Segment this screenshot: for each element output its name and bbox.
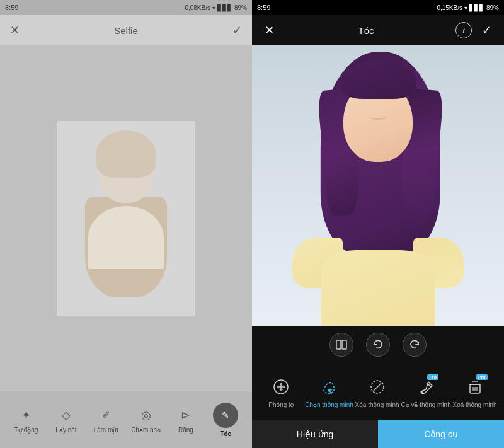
auto-icon: ✦ (18, 406, 35, 424)
tool-toc[interactable]: ✎ Tóc (210, 403, 241, 437)
func-chon-label: Chọn thông minh (305, 401, 353, 409)
svg-rect-1 (342, 340, 346, 349)
left-speed: 0,08KB/s (185, 4, 210, 11)
func-cove-label: Cọ vẽ thông minh (401, 401, 450, 409)
portrait-smile (369, 113, 387, 120)
right-function-bar: Phóng to Chọn thông minh Xóa thông minh (252, 364, 504, 420)
tab-hieuung[interactable]: Hiệu ứng (252, 420, 378, 448)
right-tools-area (252, 326, 504, 364)
left-panel: 8:59 0,08KB/s ▾ ▋▋▋ 89% ✕ Selfie ✓ ✦ Tự … (0, 0, 252, 448)
left-image-area (0, 45, 252, 391)
func-xoa2-label: Xoá thông minh (453, 401, 497, 409)
left-top-bar: ✕ Selfie ✓ (0, 15, 252, 45)
portrait-body (321, 250, 435, 326)
tool-tudong-label: Tự động (14, 427, 38, 434)
left-confirm-button[interactable]: ✓ (232, 23, 242, 37)
right-tab-bar: Hiệu ứng Công cụ (252, 420, 504, 448)
tool-tudong[interactable]: ✦ Tự động (11, 406, 42, 434)
portrait-hair-top (340, 61, 416, 99)
tool-rang-label: Răng (178, 427, 193, 434)
tab-congcu-label: Công cụ (424, 429, 457, 439)
left-title: Selfie (114, 25, 138, 36)
smart-erase-icon (366, 376, 389, 398)
svg-point-9 (421, 391, 423, 394)
toc-circle: ✎ (213, 403, 238, 428)
svg-rect-0 (336, 340, 341, 349)
tool-rang[interactable]: ⊳ Răng (170, 406, 202, 434)
zoom-icon (270, 376, 292, 398)
undo-button[interactable] (366, 333, 390, 357)
wifi-icon: ▾ (212, 4, 215, 11)
func-xoa-thong-minh[interactable]: Xóa thông minh (355, 376, 399, 409)
smart-select-icon (318, 376, 340, 398)
tool-lamminn[interactable]: ✐ Làm mịn (90, 406, 122, 434)
func-xoa2[interactable]: Pro Xoá thông minh (453, 376, 497, 409)
left-time: 8:59 (5, 4, 18, 11)
left-status-icons: 0,08KB/s ▾ ▋▋▋ 89% (185, 4, 247, 11)
tab-congcu[interactable]: Công cụ (378, 420, 504, 448)
smart-brush-icon: Pro (415, 376, 437, 398)
func-phongto-label: Phóng to (268, 401, 294, 409)
smooth-icon: ✐ (97, 406, 115, 424)
split-view-button[interactable] (329, 333, 353, 357)
right-speed: 0,15KB/s (437, 4, 462, 11)
func-chon-thong-minh[interactable]: Chọn thông minh (305, 376, 353, 409)
func-phongto[interactable]: Phóng to (259, 376, 303, 409)
teeth-icon: ⊳ (177, 406, 195, 424)
left-battery: 89% (234, 4, 247, 11)
tool-laynyet-label: Lấy nét (55, 427, 76, 434)
left-bottom-bar: ✦ Tự động ◇ Lấy nét ✐ Làm mịn ◎ Chấm nhỏ… (0, 391, 252, 448)
right-signal-icon: ▋▋▋ (469, 4, 484, 11)
right-portrait (252, 45, 504, 326)
left-status-bar: 8:59 0,08KB/s ▾ ▋▋▋ 89% (0, 0, 252, 15)
tool-laynyet[interactable]: ◇ Lấy nét (50, 406, 82, 434)
tool-chamnho[interactable]: ◎ Chấm nhỏ (130, 406, 162, 434)
tool-toc-label: Tóc (220, 430, 231, 437)
right-time: 8:59 (257, 4, 270, 11)
right-top-bar: ✕ Tóc i ✓ (252, 15, 504, 45)
smart-delete-icon: Pro (464, 376, 486, 398)
tool-chamnho-label: Chấm nhỏ (131, 427, 161, 434)
right-wifi-icon: ▾ (464, 4, 467, 11)
focus-icon: ◇ (57, 406, 75, 424)
right-status-bar: 8:59 0,15KB/s ▾ ▋▋▋ 89% (252, 0, 504, 15)
right-confirm-button[interactable]: ✓ (479, 21, 494, 40)
svg-line-7 (374, 383, 381, 391)
tab-hieuung-label: Hiệu ứng (297, 429, 333, 439)
info-button[interactable]: i (455, 22, 472, 38)
spot-icon: ◎ (137, 406, 155, 424)
left-image-placeholder (57, 121, 195, 316)
pro-badge-2: Pro (476, 374, 488, 380)
right-image-area (252, 45, 504, 326)
right-close-button[interactable]: ✕ (262, 22, 277, 38)
right-title: Tóc (358, 25, 374, 36)
redo-button[interactable] (403, 333, 427, 357)
signal-icon: ▋▋▋ (217, 4, 232, 11)
tool-lamminn-label: Làm mịn (94, 427, 118, 434)
func-xoa-label: Xóa thông minh (355, 401, 399, 409)
left-close-button[interactable]: ✕ (10, 23, 20, 37)
hair-icon: ✎ (217, 406, 234, 424)
right-status-icons: 0,15KB/s ▾ ▋▋▋ 89% (437, 4, 499, 11)
right-top-right: i ✓ (455, 21, 494, 40)
right-panel: 8:59 0,15KB/s ▾ ▋▋▋ 89% ✕ Tóc i ✓ (252, 0, 504, 448)
right-battery: 89% (486, 4, 499, 11)
left-portrait (69, 127, 183, 310)
pro-badge-1: Pro (427, 374, 438, 380)
func-cove[interactable]: Pro Cọ vẽ thông minh (401, 376, 450, 409)
